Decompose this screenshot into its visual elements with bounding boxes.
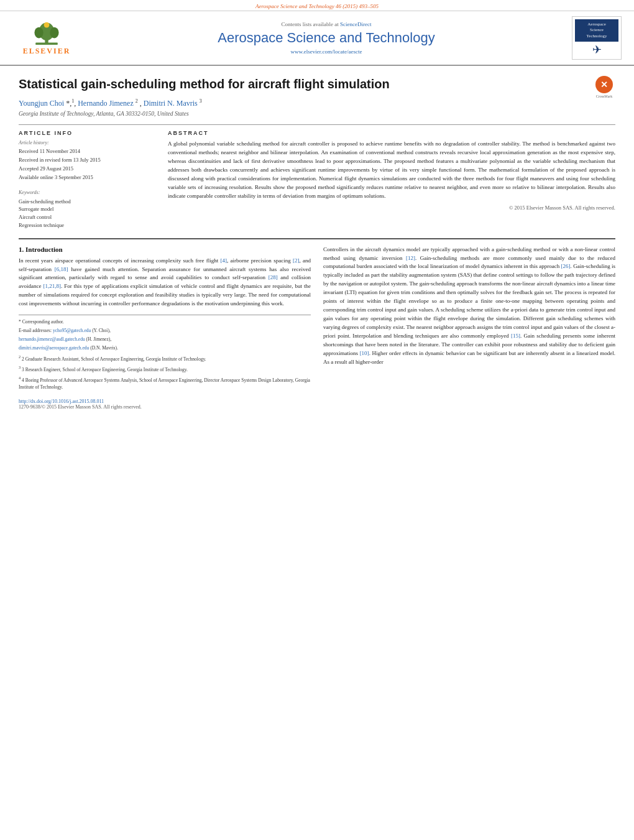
- sciencedirect-link[interactable]: ScienceDirect: [340, 21, 371, 27]
- contents-line: Contents lists available at ScienceDirec…: [81, 21, 572, 27]
- ast-logo-inner: AerospaceScienceTechnology: [575, 19, 618, 41]
- abstract-col: ABSTRACT A global polynomial variable sc…: [168, 130, 615, 229]
- ast-logo-box: AerospaceScienceTechnology ✈: [572, 16, 622, 60]
- email-line-1: E-mail addresses: ycho95@gatech.edu (Y. …: [19, 328, 311, 335]
- intro-paragraph-1: In recent years airspace operational con…: [19, 257, 311, 309]
- footnote-section: * Corresponding author. E-mail addresses…: [19, 315, 311, 391]
- accepted-date: Accepted 29 August 2015: [19, 165, 155, 173]
- divider-1: [19, 124, 615, 125]
- affiliation: Georgia Institute of Technology, Atlanta…: [19, 111, 615, 117]
- ast-logo-plane-icon: ✈: [592, 43, 602, 57]
- title-row: Statistical gain-scheduling method for a…: [19, 76, 615, 98]
- email-line-2: hernando.jimenez@asdl.gatech.edu (H. Jim…: [19, 336, 311, 343]
- keyword-1: Gain-scheduling method: [19, 198, 155, 206]
- crossmark-badge: ✕ CrossMark: [593, 76, 615, 98]
- main-content: Statistical gain-scheduling method for a…: [0, 66, 634, 416]
- issn-text: 1270-9638/© 2015 Elsevier Masson SAS. Al…: [19, 404, 311, 410]
- header-center: Contents lists available at ScienceDirec…: [81, 21, 572, 55]
- elsevier-tree-icon: [28, 21, 65, 45]
- copyright-line: © 2015 Elsevier Masson SAS. All rights r…: [168, 205, 615, 211]
- journal-citation-bar: Aerospace Science and Technology 46 (201…: [0, 0, 634, 11]
- ref-2[interactable]: [2]: [293, 257, 300, 264]
- email-2-link[interactable]: hernando.jimenez@asdl.gatech.edu: [19, 336, 85, 342]
- footnote-3: 3 3 Research Engineer, School of Aerospa…: [19, 364, 311, 373]
- article-info-heading: ARTICLE INFO: [19, 130, 155, 136]
- body-divider: [19, 238, 615, 239]
- svg-point-2: [34, 27, 43, 38]
- svg-rect-4: [35, 42, 58, 45]
- author-hernando[interactable]: Hernando Jimenez: [78, 99, 134, 108]
- keyword-4: Regression technique: [19, 221, 155, 229]
- crossmark-label: CrossMark: [596, 95, 613, 98]
- footnote-4: 4 4 Boeing Professor of Advanced Aerospa…: [19, 375, 311, 390]
- received-date: Received 11 November 2014: [19, 148, 155, 155]
- ref-28[interactable]: [28]: [269, 274, 278, 280]
- svg-point-5: [44, 22, 50, 27]
- received-revised-date: Received in revised form 13 July 2015: [19, 157, 155, 164]
- right-paragraph-1: Controllers in the aircraft dynamics mod…: [323, 246, 615, 367]
- keywords-label: Keywords:: [19, 190, 155, 195]
- journal-url: www.elsevier.com/locate/aescte: [81, 48, 572, 55]
- author-youngjun[interactable]: Youngjun Choi: [19, 99, 64, 108]
- keyword-2: Surrogate model: [19, 205, 155, 213]
- doi-url: http://dx.doi.org/10.1016/j.ast.2015.08.…: [19, 399, 311, 404]
- ref-618[interactable]: [6,18]: [55, 266, 68, 272]
- ref-26[interactable]: [26]: [561, 263, 571, 269]
- authors-line: Youngjun Choi *,1, Hernando Jimenez 2 , …: [19, 98, 615, 108]
- ref-4[interactable]: [4]: [221, 257, 227, 264]
- doi-section: http://dx.doi.org/10.1016/j.ast.2015.08.…: [19, 396, 311, 410]
- doi-link[interactable]: http://dx.doi.org/10.1016/j.ast.2015.08.…: [19, 399, 104, 404]
- intro-section-title: 1. Introduction: [19, 246, 311, 253]
- crossmark-icon: ✕: [595, 76, 613, 93]
- abstract-heading: ABSTRACT: [168, 130, 615, 136]
- available-date: Available online 3 September 2015: [19, 174, 155, 182]
- ref-12[interactable]: [12]: [406, 255, 415, 261]
- email-3-link[interactable]: dimitri.mavris@aerospace.gatech.edu: [19, 345, 89, 351]
- author-dimitri[interactable]: Dimitri N. Mavris: [144, 99, 198, 108]
- elsevier-logo: ELSEVIER: [12, 19, 81, 57]
- elsevier-text: ELSEVIER: [23, 47, 71, 56]
- info-abstract-section: ARTICLE INFO Article history: Received 1…: [19, 130, 615, 229]
- abstract-text: A global polynomial variable scheduling …: [168, 140, 615, 201]
- ref-10[interactable]: [10]: [360, 350, 369, 356]
- article-title: Statistical gain-scheduling method for a…: [19, 76, 390, 92]
- journal-header: ELSEVIER Contents lists available at Sci…: [0, 11, 634, 66]
- email-line-3: dimitri.mavris@aerospace.gatech.edu (D.N…: [19, 345, 311, 352]
- noted-text: noted: [390, 341, 402, 348]
- footnote-2: 2 2 Graduate Research Assistant, School …: [19, 354, 311, 362]
- body-section: 1. Introduction In recent years airspace…: [19, 246, 615, 410]
- ref-15[interactable]: [15]: [511, 333, 520, 339]
- keyword-3: Aircraft control: [19, 213, 155, 221]
- journal-citation: Aerospace Science and Technology 46 (201…: [255, 3, 379, 9]
- article-info-col: ARTICLE INFO Article history: Received 1…: [19, 130, 155, 229]
- email-1-link[interactable]: ycho95@gatech.edu: [53, 328, 91, 333]
- svg-point-3: [50, 27, 58, 38]
- ref-1218[interactable]: [1,21,8]: [43, 283, 61, 289]
- body-left-col: 1. Introduction In recent years airspace…: [19, 246, 311, 410]
- corresponding-label: * Corresponding author.: [19, 319, 311, 326]
- keywords-list: Gain-scheduling method Surrogate model A…: [19, 198, 155, 229]
- history-label: Article history:: [19, 140, 155, 145]
- journal-title-header: Aerospace Science and Technology: [81, 30, 572, 46]
- body-right-col: Controllers in the aircraft dynamics mod…: [323, 246, 615, 410]
